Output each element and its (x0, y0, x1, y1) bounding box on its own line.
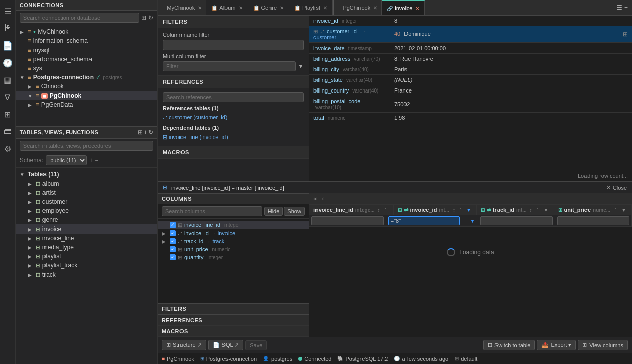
checkbox-quantity[interactable]: ✓ (170, 254, 176, 260)
structure-btn[interactable]: ⊞ Structure ↗ (162, 340, 206, 350)
mychinook-tab-close[interactable]: ✕ (198, 5, 202, 11)
col-item-invoice-line-id[interactable]: ✓ ⊞ invoice_line_id integer (158, 221, 309, 229)
tab-playlist[interactable]: 📋 Playlist ✕ (289, 0, 333, 15)
checkbox-invoice-id[interactable]: ✓ (170, 230, 176, 236)
tree-item-postgres-connection[interactable]: ▼ ≡ Postgres-connection ✓ postgres (16, 73, 157, 82)
tree-item-performance-schema[interactable]: ≡ performance_schema (16, 55, 157, 64)
sort-track-id[interactable]: ↕ (529, 207, 533, 213)
settings-icon[interactable]: ⚙ (1, 142, 15, 156)
table-row-playlist[interactable]: ▶ ⊞ playlist (16, 252, 157, 261)
tree-item-information-schema[interactable]: ≡ information_schema (16, 36, 157, 46)
col-name-filter-input[interactable] (163, 40, 304, 50)
menu-unit-price[interactable]: ⋮ (612, 207, 619, 213)
filter-tables-icon[interactable]: ⊞ (138, 129, 143, 136)
add-schema-icon[interactable]: + (89, 157, 93, 164)
database-icon[interactable]: 🗄 (1, 21, 15, 35)
table-row-invoice[interactable]: ▶ ⊞ invoice (16, 224, 157, 234)
references-search-input[interactable] (163, 92, 304, 102)
clear-filter-invoice-id[interactable]: ▼ (469, 218, 476, 224)
layers-icon[interactable]: ⊞ (1, 107, 15, 121)
pgchinook-tab-close[interactable]: ✕ (373, 5, 377, 11)
filter-input-invoice-id[interactable] (388, 216, 460, 225)
table-row-invoice-line[interactable]: ▶ ⊞ invoice_line (16, 234, 157, 243)
tab-playlist-close[interactable]: ✕ (323, 5, 327, 11)
nav-prev-btn[interactable]: « (311, 194, 319, 203)
multi-col-filter-input[interactable] (163, 61, 296, 71)
fk-customer-link[interactable]: customer (313, 34, 336, 40)
bottom-panel-close-btn[interactable]: ✕ Close (606, 184, 627, 191)
menu-invoice-id[interactable]: ⋮ (457, 207, 464, 213)
tab-invoice[interactable]: 🔗 invoice ✕ (382, 0, 425, 15)
connections-search-input[interactable] (20, 13, 139, 23)
col-item-invoice-id[interactable]: ▶ ✓ ⇌ invoice_id → invoice (158, 229, 309, 237)
refresh-icon[interactable]: ↻ (148, 14, 153, 21)
table-row-genre[interactable]: ▶ ⊞ genre (16, 215, 157, 224)
tab-album-label: Album (219, 5, 235, 11)
export-btn[interactable]: 📤 Export ▾ (537, 340, 576, 350)
multi-filter-dropdown-icon[interactable]: ▼ (298, 63, 304, 70)
hide-btn[interactable]: Hide (264, 207, 283, 216)
tables-group-header[interactable]: ▼ Tables (11) (16, 170, 157, 179)
table-view-icon[interactable]: ▦ (1, 73, 15, 87)
tree-item-mysql[interactable]: ≡ mysql (16, 46, 157, 55)
remove-schema-icon[interactable]: − (95, 157, 98, 164)
show-btn[interactable]: Show (284, 207, 305, 216)
tree-item-sys[interactable]: ≡ sys (16, 64, 157, 73)
ref-invoice-line-item[interactable]: ⊞ invoice_line (invoice_id) (163, 133, 304, 142)
filter-icon[interactable]: ∇ (1, 90, 15, 104)
refresh-tables-icon[interactable]: ↻ (148, 129, 153, 136)
view-columns-btn[interactable]: ⊞ View columns (578, 340, 628, 350)
nav-prev2-btn[interactable]: ‹ (320, 194, 326, 203)
tab-album[interactable]: 📋 Album ✕ (206, 0, 248, 15)
switch-to-table-btn[interactable]: ⊞ Switch to table (483, 340, 535, 350)
tabs-add-icon[interactable]: + (624, 4, 628, 11)
tab-invoice-close[interactable]: ✕ (415, 6, 419, 11)
fk-track-link[interactable]: track (212, 238, 224, 244)
schema-select[interactable]: public (11) (46, 155, 87, 165)
filter-unit-price[interactable]: ▼ (620, 207, 627, 213)
tree-item-pggendata[interactable]: ▶ ≡ PgGenData (16, 100, 157, 109)
filter-track-id[interactable]: ▼ (543, 207, 550, 213)
table-row-customer[interactable]: ▶ ⊞ customer (16, 197, 157, 206)
col-item-quantity[interactable]: ✓ ⊞ quantity integer (158, 253, 309, 261)
filter-invoice-id[interactable]: ▼ (465, 207, 472, 213)
tables-search-input[interactable] (20, 141, 153, 151)
menu-track-id[interactable]: ⋮ (534, 207, 541, 213)
storage-icon[interactable]: 🗃 (1, 124, 15, 139)
tab-genre[interactable]: 📋 Genre ✕ (248, 0, 290, 15)
table-row-playlist-track[interactable]: ▶ ⊞ playlist_track (16, 261, 157, 270)
tab-album-close[interactable]: ✕ (239, 5, 243, 11)
fk-invoice-link[interactable]: invoice (218, 230, 235, 236)
menu-invoice-line-id[interactable]: ⋮ (382, 207, 389, 213)
tree-item-pgchinook[interactable]: ▼ ≡ ■ PgChinook (16, 91, 157, 100)
ref-customer-item[interactable]: ⇌ customer (customer_id) (163, 113, 304, 122)
sort-invoice-line-id[interactable]: ↕ (377, 207, 381, 213)
query-icon[interactable]: 📄 (1, 38, 15, 53)
col-item-track-id[interactable]: ▶ ✓ ⇌ track_id → track (158, 237, 309, 245)
tab-genre-close[interactable]: ✕ (280, 5, 284, 11)
table-row-track[interactable]: ▶ ⊞ track (16, 270, 157, 279)
table-row-album[interactable]: ▶ ⊞ album (16, 179, 157, 188)
filter-icon[interactable]: ⊞ (141, 14, 146, 21)
tree-item-mychinook[interactable]: ▶ ≡ ● MyChinook (16, 27, 157, 36)
sql-btn[interactable]: 📄 SQL ↗ (208, 340, 244, 350)
checkbox-unit-price[interactable]: ✓ (170, 246, 176, 252)
filter-action-invoice-id[interactable]: ⋯ (461, 218, 468, 224)
expand-row-icon[interactable]: ⊞ (623, 31, 628, 38)
tree-item-chinook[interactable]: ▶ ≡ Chinook (16, 82, 157, 91)
tabs-list-icon[interactable]: ☰ (617, 4, 622, 11)
filter-input-invoice-line-id[interactable] (311, 216, 384, 225)
filter-input-unit-price[interactable] (557, 216, 629, 225)
add-table-icon[interactable]: + (144, 129, 147, 136)
col-item-unit-price[interactable]: ✓ ⊞ unit_price numeric (158, 245, 309, 253)
filter-input-track-id[interactable] (480, 216, 553, 225)
table-row-media-type[interactable]: ▶ ⊞ media_type (16, 243, 157, 252)
table-row-employee[interactable]: ▶ ⊞ employee (16, 206, 157, 215)
checkbox-invoice-line-id[interactable]: ✓ (170, 222, 176, 228)
table-row-artist[interactable]: ▶ ⊞ artist (16, 188, 157, 197)
sort-invoice-id[interactable]: ↕ (452, 207, 456, 213)
history-icon[interactable]: 🕐 (1, 56, 15, 70)
hamburger-menu-icon[interactable]: ☰ (1, 4, 15, 18)
col-search-input[interactable] (162, 206, 262, 216)
checkbox-track-id[interactable]: ✓ (170, 238, 176, 244)
